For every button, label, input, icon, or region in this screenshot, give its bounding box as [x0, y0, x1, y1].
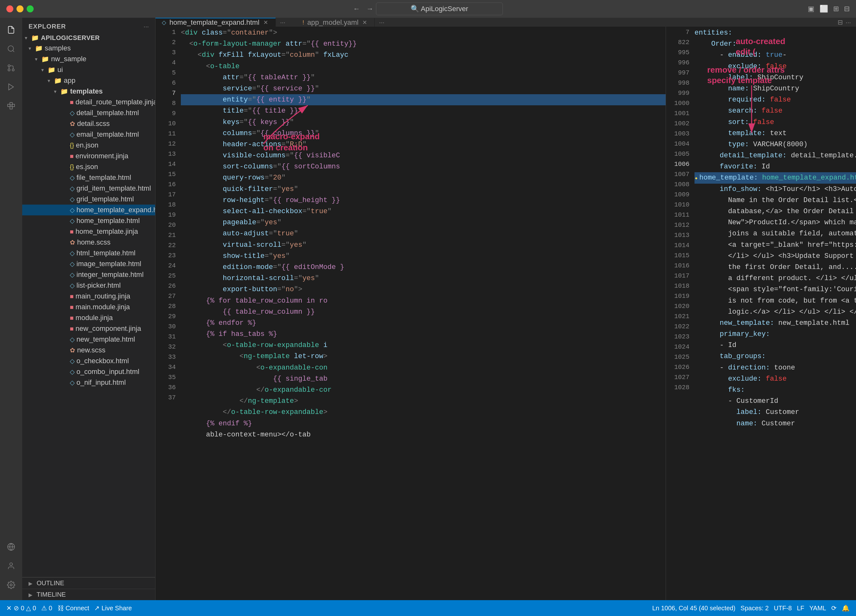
tree-label: email_template.html — [77, 130, 139, 139]
layout-icon4[interactable]: ⊟ — [844, 5, 850, 13]
sidebar-item-detail-scss[interactable]: ▾ ✿ detail.scss — [22, 118, 155, 129]
html-editor-content[interactable]: 1 2 3 4 5 6 7 8 9 10 11 12 13 14 — [155, 27, 666, 600]
html-code-content[interactable]: <div class="container"> <o-form-layout-m… — [181, 27, 666, 600]
sidebar-item-environment[interactable]: ▾ ■ environment.jinja — [22, 151, 155, 162]
sidebar-item-home-scss[interactable]: ▾ ✿ home.scss — [22, 237, 155, 248]
status-sync[interactable]: ⟳ — [831, 604, 837, 612]
tree-label: new.scss — [77, 346, 105, 354]
sidebar-item-home-jinja[interactable]: ▾ ■ home_template.jinja — [22, 226, 155, 237]
sidebar-item-detail-html[interactable]: ▾ ◇ detail_template.html — [22, 108, 155, 118]
yaml-code-content[interactable]: entities: Order: - enabled: true- exclud… — [694, 27, 856, 600]
maximize-button[interactable] — [27, 5, 34, 12]
line-num: 12 — [155, 139, 176, 149]
status-connect[interactable]: ⛓ Connect — [57, 605, 89, 612]
sidebar-item-main-routing[interactable]: ▾ ■ main_routing.jinja — [22, 291, 155, 302]
activity-debug-icon[interactable] — [2, 78, 20, 96]
tree-root[interactable]: ▾ 📁 APILOGICSERVER — [22, 33, 155, 43]
yaml-editor-content[interactable]: 7 822 995 996 997 998 999 1000 1001 1002… — [666, 27, 856, 600]
code-line-24: export-button="no"> — [181, 284, 666, 295]
sidebar-item-home-template[interactable]: ▾ ◇ home_template.html — [22, 216, 155, 226]
layout-icon2[interactable]: ⬜ — [819, 5, 828, 13]
activity-extensions-icon[interactable] — [2, 97, 20, 115]
activity-files-icon[interactable] — [2, 21, 20, 39]
line-num: 1026 — [666, 362, 690, 373]
sidebar-item-integer-template[interactable]: ▾ ◇ integer_template.html — [22, 269, 155, 280]
tree-label: o_checkbox.html — [77, 357, 129, 365]
close-button[interactable] — [6, 5, 13, 12]
json-icon: {} — [70, 142, 74, 149]
status-errors[interactable]: ✕ ⊘ 0 △ 0 — [6, 604, 36, 612]
back-arrow-icon[interactable]: ← — [353, 5, 360, 13]
tab-close-button[interactable]: ✕ — [263, 19, 269, 26]
sidebar-item-home-expand[interactable]: ▾ ◇ home_template_expand.html — [22, 205, 155, 216]
status-position[interactable]: Ln 1006, Col 45 (40 selected) — [652, 605, 736, 612]
forward-arrow-icon[interactable]: → — [366, 5, 373, 13]
outline-section[interactable]: ▶ OUTLINE — [22, 577, 155, 589]
tab-close-button[interactable]: ✕ — [362, 19, 368, 26]
sidebar-item-email[interactable]: ▾ ◇ email_template.html — [22, 129, 155, 140]
sidebar-item-o-nif[interactable]: ▾ ◇ o_nif_input.html — [22, 377, 155, 388]
status-live-share[interactable]: ↗ Live Share — [94, 604, 132, 612]
folder-icon: 📁 — [60, 88, 68, 95]
html-icon: ◇ — [70, 185, 75, 192]
activity-search-icon[interactable] — [2, 40, 20, 58]
sidebar-item-grid-template[interactable]: ▾ ◇ grid_template.html — [22, 194, 155, 205]
layout-icon1[interactable]: ▣ — [808, 5, 814, 13]
sidebar-item-ui[interactable]: ▾ 📁 ui — [22, 65, 155, 75]
sidebar-item-o-combo[interactable]: ▾ ◇ o_combo_input.html — [22, 367, 155, 377]
yaml-line-1013: </li> </ul> <h3>Update Support - Lookup — [694, 251, 856, 262]
split-editor-icon[interactable]: ⊟ — [838, 18, 843, 26]
status-bell[interactable]: 🔔 — [842, 604, 850, 612]
line-num: 30 — [155, 322, 176, 332]
sidebar-item-html-template[interactable]: ▾ ◇ html_template.html — [22, 248, 155, 259]
activity-account-icon[interactable] — [2, 557, 20, 575]
activity-remote-icon[interactable] — [2, 538, 20, 556]
status-language[interactable]: YAML — [809, 605, 826, 612]
sidebar-item-new-component[interactable]: ▾ ■ new_component.jinja — [22, 323, 155, 334]
sidebar-item-detail-route[interactable]: ▾ ■ detail_route_template.jinja — [22, 97, 155, 108]
tree-label: list-picker.html — [77, 281, 120, 290]
sidebar-item-image-template[interactable]: ▾ ◇ image_template.html — [22, 259, 155, 269]
sidebar-item-templates[interactable]: ▾ 📁 templates — [22, 86, 155, 97]
search-bar[interactable]: 🔍 ApiLogicServer — [376, 3, 503, 15]
line-num: 2 — [155, 37, 176, 48]
tab-yaml[interactable]: ! app_model.yaml ✕ — [296, 18, 374, 27]
sidebar-item-nw-sample[interactable]: ▾ 📁 nw_sample — [22, 54, 155, 65]
tree-label: new_template.html — [77, 335, 135, 343]
tab-more-button[interactable]: ··· — [276, 19, 290, 26]
new-file-icon[interactable]: ··· — [143, 23, 149, 30]
sidebar-item-en-json[interactable]: ▾ {} en.json — [22, 140, 155, 151]
timeline-section[interactable]: ▶ TIMELINE — [22, 589, 155, 600]
tab-label: app_model.yaml — [307, 18, 358, 27]
scss-icon: ✿ — [70, 346, 75, 354]
activity-git-icon[interactable] — [2, 59, 20, 77]
activity-settings-icon[interactable] — [2, 576, 20, 594]
tree-label: samples — [45, 44, 71, 52]
status-spaces[interactable]: Spaces: 2 — [741, 605, 769, 612]
sidebar-item-es-json[interactable]: ▾ {} es.json — [22, 162, 155, 172]
sidebar-item-o-checkbox[interactable]: ▾ ◇ o_checkbox.html — [22, 356, 155, 367]
sidebar-item-new-scss[interactable]: ▾ ✿ new.scss — [22, 345, 155, 356]
more-actions-icon[interactable]: ··· — [845, 19, 851, 26]
tab-html[interactable]: ◇ home_template_expand.html ✕ — [155, 18, 276, 27]
sidebar-item-app[interactable]: ▾ 📁 app — [22, 75, 155, 86]
sidebar-item-list-picker[interactable]: ▾ ◇ list-picker.html — [22, 280, 155, 291]
sidebar-item-samples[interactable]: ▾ 📁 samples — [22, 43, 155, 54]
tab-bar-wrapper: ◇ home_template_expand.html ✕ ··· ! app_… — [155, 18, 856, 27]
line-num: 21 — [155, 230, 176, 240]
status-encoding[interactable]: UTF-8 — [774, 605, 792, 612]
code-line-32: {{ single_tab — [181, 373, 666, 385]
yaml-line-822: Order: — [694, 38, 856, 49]
layout-icon3[interactable]: ⊞ — [833, 5, 839, 13]
folder-icon: 📁 — [35, 45, 43, 52]
sidebar-item-grid-item[interactable]: ▾ ◇ grid_item_template.html — [22, 183, 155, 194]
line-num: 1020 — [666, 301, 690, 311]
sidebar-item-module[interactable]: ▾ ■ module.jinja — [22, 313, 155, 323]
status-info[interactable]: ⚠ 0 — [41, 604, 52, 612]
sidebar-item-main-module[interactable]: ▾ ■ main.module.jinja — [22, 302, 155, 313]
sidebar-item-file-template[interactable]: ▾ ◇ file_template.html — [22, 172, 155, 183]
status-line-ending[interactable]: LF — [797, 605, 804, 612]
minimize-button[interactable] — [17, 5, 23, 12]
tab-more-yaml-button[interactable]: ··· — [375, 19, 389, 26]
sidebar-item-new-template[interactable]: ▾ ◇ new_template.html — [22, 334, 155, 345]
